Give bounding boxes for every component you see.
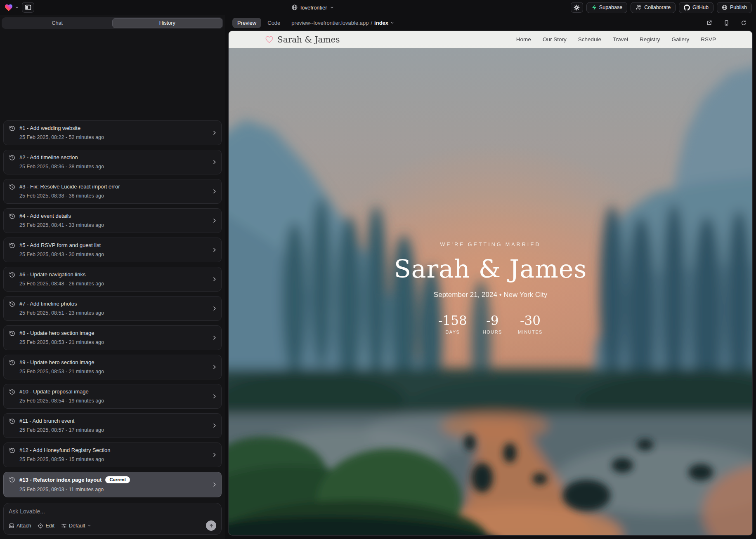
nav-home[interactable]: Home (516, 36, 531, 42)
chevron-right-icon (212, 423, 217, 428)
nav-rsvp[interactable]: RSVP (701, 36, 716, 42)
chevron-right-icon (212, 452, 217, 458)
history-item-date: 25 Feb 2025, 08:54 - 19 minutes ago (19, 398, 209, 404)
history-item-date: 25 Feb 2025, 08:22 - 52 minutes ago (19, 134, 209, 140)
nav-our-story[interactable]: Our Story (543, 36, 567, 42)
edit-button[interactable]: Edit (38, 523, 54, 529)
sidebar: Chat History #1 - Add wedding website25 … (0, 15, 225, 539)
nav-registry[interactable]: Registry (640, 36, 660, 42)
tab-chat[interactable]: Chat (2, 18, 112, 28)
tab-code[interactable]: Code (267, 20, 280, 26)
supabase-button[interactable]: Supabase (586, 2, 627, 13)
history-item-title: #2 - Add timeline section (19, 154, 78, 160)
hero-date-location: September 21, 2024 • New York City (434, 291, 547, 299)
nav-travel[interactable]: Travel (613, 36, 628, 42)
history-item-5[interactable]: #5 - Add RSVP form and guest list25 Feb … (3, 238, 222, 262)
nav-schedule[interactable]: Schedule (578, 36, 601, 42)
history-item-title: #3 - Fix: Resolve Lucide-react import er… (19, 184, 120, 190)
history-item-11[interactable]: #11 - Add brunch event25 Feb 2025, 08:57… (3, 413, 222, 438)
history-item-10[interactable]: #10 - Update proposal image25 Feb 2025, … (3, 384, 222, 409)
history-item-title: #12 - Add Honeyfund Registry Section (19, 447, 110, 453)
history-icon (9, 155, 15, 161)
history-item-6[interactable]: #6 - Update navigation links25 Feb 2025,… (3, 267, 222, 292)
hero-section: WE'RE GETTING MARRIED Sarah & James Sept… (229, 36, 752, 536)
history-item-date: 25 Feb 2025, 08:36 - 38 minutes ago (19, 164, 209, 169)
chevron-right-icon (212, 130, 217, 136)
preview-frame[interactable]: Sarah & James Home Our Story Schedule Tr… (228, 31, 753, 536)
tab-preview[interactable]: Preview (232, 18, 261, 28)
history-item-8[interactable]: #8 - Update hero section image25 Feb 202… (3, 325, 222, 350)
history-item-12[interactable]: #12 - Add Honeyfund Registry Section25 F… (3, 442, 222, 467)
site-brand[interactable]: Sarah & James (265, 35, 340, 45)
history-icon (9, 418, 15, 424)
nav-gallery[interactable]: Gallery (671, 36, 689, 42)
history-icon (9, 389, 15, 395)
mode-select[interactable]: Default (61, 523, 91, 529)
history-icon (9, 125, 15, 132)
history-icon (9, 360, 15, 366)
history-item-title: #5 - Add RSVP form and guest list (19, 242, 101, 248)
collaborate-icon (636, 5, 642, 10)
project-name: lovefrontier (300, 5, 327, 11)
preview-url[interactable]: preview--lovefrontier.lovable.app / inde… (291, 20, 394, 26)
history-item-date: 25 Feb 2025, 08:48 - 26 minutes ago (19, 281, 209, 287)
history-item-date: 25 Feb 2025, 08:43 - 30 minutes ago (19, 252, 209, 257)
publish-button[interactable]: Publish (717, 2, 752, 13)
globe-icon (291, 5, 298, 11)
ask-lovable-input[interactable] (9, 508, 216, 515)
history-icon (9, 330, 15, 337)
hero-title: Sarah & James (394, 254, 587, 283)
chevron-right-icon (212, 160, 217, 165)
history-item-date: 25 Feb 2025, 08:51 - 23 minutes ago (19, 310, 209, 316)
preview-url-host: preview--lovefrontier.lovable.app (291, 20, 369, 26)
history-item-7[interactable]: #7 - Add timeline photos25 Feb 2025, 08:… (3, 296, 222, 321)
top-bar: lovefrontier (0, 0, 756, 15)
settings-button[interactable] (571, 2, 583, 13)
history-item-title: #10 - Update proposal image (19, 388, 89, 395)
attach-button[interactable]: Attach (9, 523, 31, 529)
history-item-date: 25 Feb 2025, 08:53 - 21 minutes ago (19, 369, 209, 374)
history-item-3[interactable]: #3 - Fix: Resolve Lucide-react import er… (3, 179, 222, 204)
preview-url-separator: / (371, 20, 372, 26)
history-item-2[interactable]: #2 - Add timeline section25 Feb 2025, 08… (3, 150, 222, 174)
github-button[interactable]: GitHub (679, 2, 713, 13)
chevron-down-icon (87, 524, 91, 527)
sliders-icon (61, 523, 67, 529)
mobile-icon[interactable] (723, 20, 730, 26)
history-item-13-current[interactable]: #13 - Refactor index page layout Current… (3, 472, 222, 497)
chevron-right-icon (212, 335, 217, 341)
history-item-date: 25 Feb 2025, 08:38 - 36 minutes ago (19, 193, 209, 199)
history-item-1[interactable]: #1 - Add wedding website25 Feb 2025, 08:… (3, 120, 222, 145)
chevron-right-icon (212, 218, 217, 224)
chevron-right-icon (212, 365, 217, 370)
send-button[interactable] (206, 520, 216, 531)
history-item-title: #11 - Add brunch event (19, 418, 74, 424)
toggle-sidebar-button[interactable] (22, 2, 34, 13)
refresh-icon[interactable] (741, 20, 747, 26)
chevron-right-icon (212, 277, 217, 282)
mode-select-label: Default (69, 523, 85, 529)
history-item-4[interactable]: #4 - Add event details25 Feb 2025, 08:41… (3, 208, 222, 233)
preview-url-page: index (374, 20, 388, 26)
countdown-hours-value: -9 (486, 314, 498, 327)
preview-toolbar: Preview Code preview--lovefrontier.lovab… (225, 15, 756, 31)
project-selector[interactable]: lovefrontier (291, 5, 334, 11)
github-icon (684, 5, 690, 11)
panel-left-icon (25, 4, 31, 11)
history-item-date: 25 Feb 2025, 08:41 - 33 minutes ago (19, 222, 209, 228)
history-item-date: 25 Feb 2025, 08:57 - 17 minutes ago (19, 427, 209, 433)
chevron-right-icon (212, 247, 217, 253)
app-window: lovefrontier (0, 0, 756, 539)
chevron-down-icon (390, 21, 394, 25)
external-link-icon[interactable] (706, 20, 712, 26)
history-item-title: #1 - Add wedding website (19, 125, 80, 131)
tab-history[interactable]: History (112, 18, 223, 28)
lovable-heart-icon (4, 3, 13, 12)
history-icon (9, 301, 15, 307)
site-nav: Home Our Story Schedule Travel Registry … (516, 36, 716, 42)
collaborate-button[interactable]: Collaborate (631, 2, 676, 13)
history-item-9[interactable]: #9 - Update hero section image25 Feb 202… (3, 355, 222, 379)
collaborate-button-label: Collaborate (644, 5, 671, 10)
gear-icon (574, 5, 580, 11)
lovable-logo-menu[interactable] (4, 3, 19, 12)
